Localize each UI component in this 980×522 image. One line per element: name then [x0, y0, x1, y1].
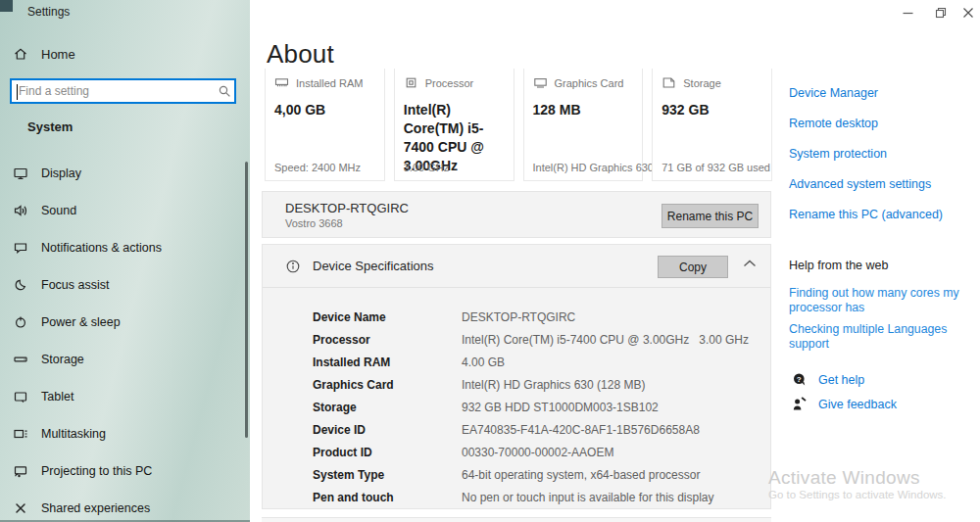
power-icon — [13, 314, 28, 330]
card-footer: 3.00 GHz — [404, 162, 449, 173]
card-graphics: Graphics Card 128 MB Intel(R) HD Graphic… — [523, 69, 644, 181]
card-footer: 71 GB of 932 GB used — [662, 162, 770, 173]
activate-windows-subtext: Go to Settings to activate Windows. — [768, 489, 947, 500]
sidebar-item-sound[interactable]: Sound — [0, 192, 250, 229]
device-name: DESKTOP-RTQGIRC — [285, 201, 409, 215]
spec-value: No pen or touch input is available for t… — [462, 491, 713, 504]
sidebar-item-shared-experiences[interactable]: Shared experiences — [0, 490, 250, 522]
sidebar-item-tablet[interactable]: Tablet — [0, 378, 250, 415]
settings-sidebar: Settings Home System Display Sound Notif… — [0, 0, 250, 522]
give-feedback-label: Give feedback — [818, 398, 897, 411]
sidebar-item-notifications[interactable]: Notifications & actions — [0, 229, 250, 266]
sidebar-item-display[interactable]: Display — [0, 155, 250, 192]
spec-row-storage: Storage 932 GB HDD ST1000DM003-1SB102 — [313, 396, 770, 418]
spec-label: Pen and touch — [313, 491, 462, 504]
svg-text:?: ? — [797, 375, 802, 384]
link-advanced-system-settings[interactable]: Advanced system settings — [789, 177, 931, 191]
spec-row-system-type: System Type 64-bit operating system, x64… — [313, 463, 770, 486]
card-processor: Processor Intel(R) Core(TM) i5-7400 CPU … — [394, 69, 514, 181]
give-feedback-row[interactable]: Give feedback — [792, 397, 897, 412]
link-device-manager[interactable]: Device Manager — [789, 86, 878, 100]
spec-label: Processor — [313, 333, 462, 347]
storage-icon — [13, 352, 28, 367]
sound-icon — [13, 203, 28, 218]
ram-icon — [274, 75, 289, 90]
card-value: 932 GB — [662, 101, 762, 119]
close-icon[interactable] — [956, 0, 980, 25]
spec-label: Storage — [313, 401, 462, 414]
device-specifications-panel: Device Specifications Copy Device Name D… — [262, 244, 771, 509]
text-caret — [17, 84, 18, 100]
help-link-cores[interactable]: Finding out how many cores my processor … — [789, 286, 980, 315]
spec-row-installed-ram: Installed RAM 4.00 GB — [313, 351, 770, 373]
spec-row-processor: Processor Intel(R) Core(TM) i5-7400 CPU … — [313, 328, 770, 351]
sidebar-item-label: Multitasking — [41, 427, 106, 441]
card-installed-ram: Installed RAM 4,00 GB Speed: 2400 MHz — [265, 69, 385, 181]
sidebar-home-label: Home — [41, 47, 75, 62]
spec-row-product-id: Product ID 00330-70000-00002-AAOEM — [313, 441, 770, 463]
search-input[interactable] — [12, 80, 215, 102]
sidebar-item-multitasking[interactable]: Multitasking — [0, 415, 250, 452]
spec-value: DESKTOP-RTQGIRC — [462, 310, 575, 324]
search-box[interactable] — [10, 78, 236, 104]
give-feedback-icon — [792, 397, 808, 412]
specs-title: Device Specifications — [313, 259, 434, 273]
graphics-card-icon — [533, 75, 548, 90]
card-footer: Speed: 2400 MHz — [274, 162, 361, 173]
spec-value: Intel(R) Core(TM) i5-7400 CPU @ 3.00GHz … — [462, 333, 749, 347]
minimize-icon[interactable] — [892, 0, 924, 25]
sidebar-item-label: Power & sleep — [41, 315, 121, 329]
focus-assist-icon — [13, 277, 28, 293]
window-controls — [892, 0, 980, 25]
sidebar-item-home[interactable]: Home — [13, 46, 75, 62]
sidebar-item-projecting[interactable]: Projecting to this PC — [0, 452, 250, 490]
info-icon — [285, 259, 301, 274]
sidebar-item-focus-assist[interactable]: Focus assist — [0, 266, 250, 304]
chevron-up-icon[interactable] — [743, 260, 757, 267]
spec-value: Intel(R) HD Graphics 630 (128 MB) — [462, 378, 645, 392]
sidebar-item-storage[interactable]: Storage — [0, 341, 250, 378]
processor-icon — [404, 75, 418, 90]
spec-label: Device Name — [313, 310, 462, 324]
card-value: 4,00 GB — [274, 101, 375, 119]
link-system-protection[interactable]: System protection — [789, 147, 887, 161]
link-rename-pc-advanced[interactable]: Rename this PC (advanced) — [789, 208, 943, 221]
hardware-cards: Installed RAM 4,00 GB Speed: 2400 MHz Pr… — [265, 69, 772, 181]
spec-value: EA740835-F41A-420C-8AF1-1B576D6658A8 — [462, 423, 700, 437]
device-name-panel: DESKTOP-RTQGIRC Vostro 3668 Rename this … — [262, 191, 771, 238]
spec-label: System Type — [313, 468, 462, 482]
sidebar-item-power-sleep[interactable]: Power & sleep — [0, 304, 250, 341]
spec-value: 64-bit operating system, x64-based proce… — [462, 468, 700, 482]
specs-table: Device Name DESKTOP-RTQGIRC Processor In… — [263, 288, 770, 508]
sidebar-item-label: Storage — [41, 353, 84, 366]
sidebar-item-label: Sound — [41, 204, 76, 217]
spec-value: 00330-70000-00002-AAOEM — [462, 446, 613, 459]
spec-label: Graphics Card — [313, 378, 462, 392]
rename-pc-button[interactable]: Rename this PC — [662, 204, 759, 228]
spec-row-device-name: Device Name DESKTOP-RTQGIRC — [313, 306, 770, 328]
restore-icon[interactable] — [924, 0, 956, 25]
get-help-icon: ? — [792, 372, 808, 388]
spec-row-pen-touch: Pen and touch No pen or touch input is a… — [313, 486, 770, 508]
multitasking-icon — [13, 426, 28, 442]
card-storage: Storage 932 GB 71 GB of 932 GB used — [652, 69, 772, 181]
card-value: 128 MB — [533, 101, 634, 119]
card-label: Storage — [683, 77, 721, 89]
spec-value: 932 GB HDD ST1000DM003-1SB102 — [462, 401, 659, 414]
help-link-languages[interactable]: Checking multiple Languages support — [789, 322, 980, 352]
spec-label: Product ID — [313, 446, 462, 459]
spec-row-graphics-card: Graphics Card Intel(R) HD Graphics 630 (… — [313, 373, 770, 396]
help-from-web-title: Help from the web — [789, 259, 888, 272]
specs-header: Device Specifications Copy — [263, 245, 770, 288]
spec-label: Installed RAM — [313, 356, 462, 369]
spec-value: 4.00 GB — [462, 356, 505, 369]
card-footer: Intel(R) HD Graphics 630 — [533, 162, 655, 173]
home-icon — [13, 46, 28, 62]
link-remote-desktop[interactable]: Remote desktop — [789, 117, 878, 130]
sidebar-section-system: System — [27, 119, 73, 134]
get-help-row[interactable]: ? Get help — [792, 372, 864, 388]
sidebar-item-label: Tablet — [41, 390, 74, 403]
sidebar-scrollbar[interactable] — [245, 162, 248, 438]
copy-button[interactable]: Copy — [658, 256, 728, 278]
card-label: Installed RAM — [296, 77, 363, 89]
